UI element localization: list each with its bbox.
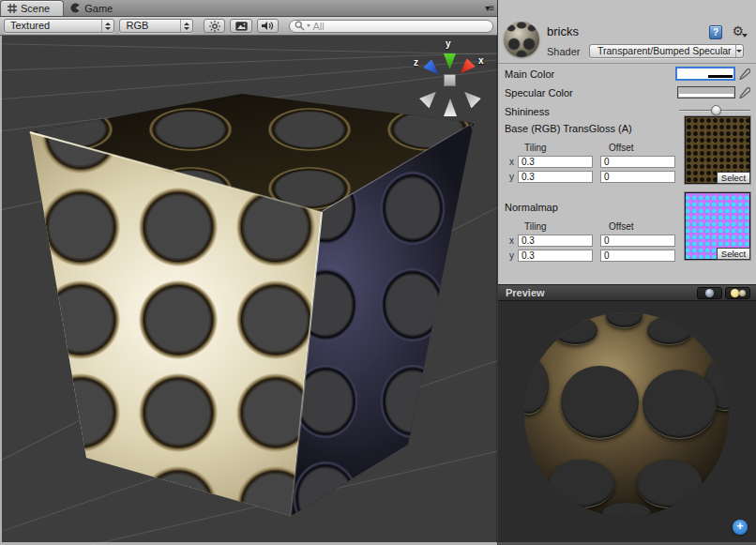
gizmo-y-cone[interactable] [444, 53, 456, 69]
preview-title: Preview [506, 287, 694, 298]
dropdown-arrows-icon [101, 20, 113, 32]
base-map-section: Base (RGB) TransGloss (A) Tiling Offset … [498, 120, 756, 188]
sphere-hole [637, 460, 703, 508]
offset-header: Offset [609, 221, 634, 232]
draw-mode-dropdown[interactable]: Textured [4, 19, 114, 33]
scene-panel-menu-icon[interactable]: ▾≡ [485, 3, 493, 13]
tiling-offset-header: Tiling Offset [524, 143, 675, 153]
preview-sphere-icon [705, 289, 714, 297]
add-icon[interactable]: + [733, 520, 748, 535]
scene-audio-toggle[interactable] [257, 19, 280, 33]
tiling-header: Tiling [524, 221, 609, 232]
tab-game[interactable]: Game [64, 0, 126, 16]
y-axis-label: y [507, 250, 518, 261]
preview-area[interactable]: + [498, 301, 756, 545]
sphere-hole [647, 316, 692, 345]
base-tiling-x-input[interactable] [518, 156, 593, 168]
specular-color-row: Specular Color [498, 83, 756, 101]
slider-thumb[interactable] [711, 105, 721, 115]
material-header: bricks Shader Transparent/Bumped Specula… [498, 17, 756, 64]
preview-lighting-button[interactable] [725, 287, 750, 299]
orientation-gizmo[interactable]: y x z [413, 40, 495, 138]
offset-header: Offset [609, 143, 634, 153]
preview-header[interactable]: Preview [498, 284, 756, 301]
search-input[interactable] [312, 21, 472, 32]
sphere-hole [606, 312, 643, 328]
scene-toolbar: Textured RGB [0, 17, 497, 36]
gizmo-x-cone[interactable] [456, 58, 476, 78]
eyedropper-icon[interactable] [738, 68, 750, 80]
base-offset-x-input[interactable] [600, 156, 675, 168]
sphere-hole [602, 503, 651, 517]
dropdown-arrow-icon [735, 45, 743, 57]
material-preview-icon [504, 22, 539, 57]
x-axis-label: x [507, 157, 518, 167]
main-color-swatch[interactable] [675, 67, 735, 81]
material-properties: Main Color Specular Color Shininess [498, 64, 756, 266]
tab-scene[interactable]: Scene [0, 0, 64, 16]
material-name: bricks [547, 24, 579, 38]
scene-grid-icon [8, 4, 17, 13]
normal-tiling-x-input[interactable] [518, 235, 593, 247]
tiling-offset-header: Tiling Offset [524, 221, 675, 232]
scene-tabbar: Scene Game ▾≡ [0, 0, 497, 17]
tab-scene-label: Scene [21, 3, 50, 14]
alpha-strip [679, 94, 733, 97]
color-mode-dropdown[interactable]: RGB [119, 19, 192, 33]
tiling-y-row: y [505, 171, 675, 183]
main-color-row: Main Color [498, 65, 756, 83]
gizmo-center-cube[interactable] [444, 74, 456, 86]
gear-menu-arrow-icon [742, 34, 748, 38]
x-axis-label: x [507, 235, 518, 246]
sphere-hole [524, 357, 549, 415]
gizmo-axis-cone[interactable] [419, 86, 441, 108]
base-offset-y-input[interactable] [600, 171, 675, 183]
help-book-icon[interactable]: ? [709, 25, 722, 39]
preview-material-sphere[interactable] [524, 312, 729, 517]
normal-map-section: Normalmap Tiling Offset x y Select [498, 199, 756, 266]
tab-game-label: Game [84, 3, 113, 14]
base-select-button[interactable]: Select [717, 172, 750, 184]
scene-search-field[interactable] [289, 20, 493, 33]
normal-offset-x-input[interactable] [600, 235, 675, 247]
base-map-label: Base (RGB) TransGloss (A) [505, 123, 675, 135]
normal-select-button[interactable]: Select [717, 248, 750, 260]
scene-panel: Scene Game ▾≡ Textured RGB [0, 0, 497, 545]
shader-dropdown[interactable]: Transparent/Bumped Specular [589, 44, 744, 58]
tiling-x-row: x [505, 156, 675, 168]
color-mode-value: RGB [120, 20, 179, 32]
tiling-y-row: y [505, 250, 675, 262]
axis-x-label: x [478, 55, 484, 66]
normal-map-label: Normalmap [505, 202, 675, 214]
normal-tiling-y-input[interactable] [518, 250, 593, 262]
sphere-hole [549, 460, 614, 508]
normal-texture-thumbnail[interactable]: Select [685, 192, 750, 260]
search-filter-arrow-icon [307, 24, 310, 27]
shader-value: Transparent/Bumped Specular [590, 45, 735, 57]
specular-color-label: Specular Color [505, 87, 677, 98]
preview-mesh-button[interactable] [697, 287, 722, 299]
scene-viewport[interactable]: y x z [0, 36, 497, 545]
alpha-strip [678, 75, 733, 78]
gizmo-axis-cone[interactable] [460, 86, 481, 108]
normal-offset-y-input[interactable] [600, 250, 675, 262]
shininess-label: Shininess [505, 106, 679, 117]
inspector-panel: i Inspector ▾≡ bricks Shader Transparent… [497, 0, 756, 545]
gizmo-z-cone[interactable] [423, 59, 443, 79]
base-tiling-y-input[interactable] [518, 171, 593, 183]
scene-lighting-toggle[interactable] [204, 19, 226, 33]
preview-lighting-icon [731, 288, 746, 297]
gizmo-axis-cone[interactable] [444, 98, 457, 116]
specular-color-swatch[interactable] [677, 86, 735, 98]
base-texture-thumbnail[interactable]: Select [685, 116, 750, 184]
speaker-icon [262, 21, 274, 31]
main-color-label: Main Color [505, 68, 675, 80]
gear-icon[interactable]: ⚙ [732, 23, 744, 38]
eyedropper-icon[interactable] [738, 86, 750, 98]
tiling-x-row: x [505, 235, 675, 247]
y-axis-label: y [507, 172, 518, 182]
scene-rendermode-toggle[interactable] [230, 19, 252, 33]
tiling-header: Tiling [524, 143, 609, 153]
shader-label: Shader [547, 46, 580, 57]
draw-mode-value: Textured [5, 20, 101, 32]
